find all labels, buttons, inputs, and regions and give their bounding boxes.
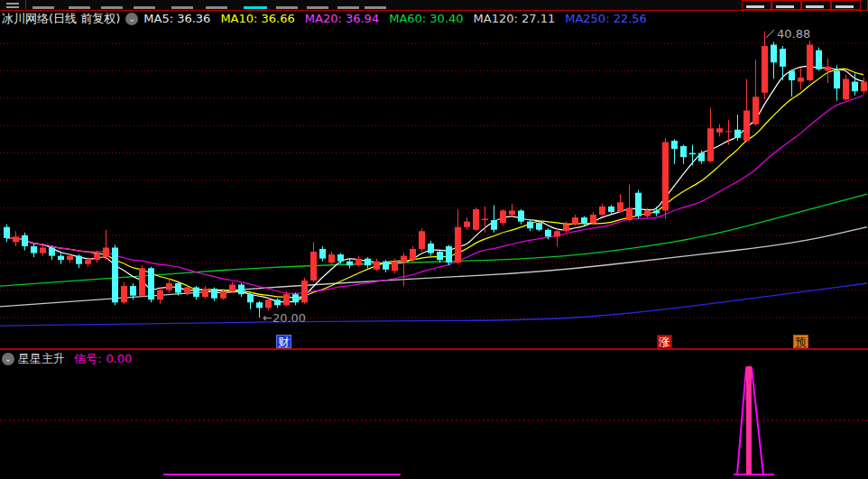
candle-down [437, 252, 443, 260]
ma250-legend: MA250: 22.56 [565, 12, 647, 25]
event-marker-涨[interactable]: 涨 [657, 335, 672, 348]
candle-up [590, 215, 596, 223]
top-menu-bar[interactable] [0, 0, 868, 11]
candle-down [527, 222, 533, 229]
candle-down [608, 207, 614, 212]
chevron-down-icon[interactable]: ⌄ [2, 353, 14, 365]
candle-up [617, 202, 623, 212]
ma5-line [6, 67, 863, 302]
menu-item-clipped[interactable] [171, 6, 193, 9]
trade-button-clipped[interactable] [801, 0, 831, 10]
menu-item-clipped[interactable] [365, 6, 386, 9]
candle-down [446, 246, 452, 263]
signal-spike-outline [734, 368, 774, 474]
candle-down [193, 288, 199, 298]
candle-down [49, 247, 55, 255]
candle-up [121, 286, 127, 302]
stock-title: 冰川网络(日线 前复权) [2, 11, 120, 27]
candle-down [771, 45, 777, 63]
clipped-label [836, 5, 854, 8]
candle-down [680, 146, 687, 157]
menu-item-clipped[interactable] [32, 6, 54, 9]
candle-up [202, 289, 208, 297]
signal-value: 0.00 [106, 352, 132, 365]
candle-up [67, 256, 73, 261]
candle-up [13, 236, 19, 242]
event-marker-预[interactable]: 预 [793, 335, 808, 348]
candle-up [184, 288, 190, 293]
candle-down [256, 302, 263, 308]
candle-up [482, 219, 488, 221]
menu-item-clipped[interactable] [206, 6, 227, 9]
candle-up [644, 210, 651, 216]
candle-up [157, 290, 163, 300]
candlestick-chart[interactable]: ←20.0040.88 [0, 26, 868, 334]
chevron-down-icon[interactable]: ⌄ [125, 13, 138, 25]
candle-up [220, 291, 226, 299]
candle-down [58, 256, 64, 261]
signal-spike-bar [746, 366, 752, 474]
candle-up [563, 225, 569, 232]
candle-up [139, 268, 145, 295]
event-marker-财[interactable]: 财 [276, 335, 291, 348]
high-label-pointer [766, 30, 774, 38]
hamburger-menu-button[interactable] [0, 0, 26, 9]
candle-up [599, 207, 605, 215]
candle-down [247, 294, 254, 302]
menu-item-clipped[interactable] [69, 6, 90, 9]
candle-down [238, 285, 245, 295]
indicator-name: 星星主升 [18, 351, 65, 367]
candle-down [31, 246, 37, 253]
signal-indicator-chart[interactable] [0, 352, 868, 479]
candle-down [365, 259, 371, 266]
candle-up [94, 253, 100, 261]
candle-up [464, 222, 470, 227]
candle-down [491, 220, 497, 230]
ma-legend: MA5: 36.36MA10: 36.66MA20: 36.94MA60: 30… [143, 12, 657, 25]
candle-up [825, 67, 831, 71]
candle-up [554, 231, 560, 236]
candle-down [734, 130, 741, 138]
candle-down [319, 249, 326, 259]
menu-item-clipped[interactable] [307, 6, 328, 9]
candle-up [419, 231, 425, 249]
candle-up [455, 227, 461, 263]
candle-up [301, 281, 308, 302]
app-window: 冰川网络(日线 前复权) ⌄ MA5: 36.36MA10: 36.66MA20… [0, 0, 868, 479]
candle-down [211, 289, 217, 299]
trade-button-clipped[interactable] [742, 0, 771, 10]
trade-button-clipped[interactable] [831, 0, 861, 10]
candle-down [780, 49, 786, 67]
candle-up [374, 262, 380, 270]
chart-header: 冰川网络(日线 前复权) ⌄ MA5: 36.36MA10: 36.66MA20… [2, 11, 866, 26]
candle-up [401, 256, 407, 263]
candle-down [383, 262, 389, 270]
candle-up [762, 46, 768, 93]
candle-down [346, 262, 353, 266]
menu-item-clipped[interactable] [134, 6, 155, 9]
candle-down [671, 141, 678, 149]
clipped-label [806, 5, 824, 8]
candle-up [410, 249, 416, 260]
menu-item-clipped[interactable] [101, 6, 123, 9]
candle-up [626, 207, 633, 220]
trade-button-clipped[interactable] [771, 0, 801, 10]
candle-down [428, 244, 434, 253]
signal-label: 信号: [74, 351, 101, 367]
menu-item-clipped[interactable] [244, 6, 267, 9]
candle-down [789, 70, 795, 80]
menu-item-clipped[interactable] [276, 6, 298, 9]
candle-down [175, 283, 181, 293]
candle-up [807, 45, 813, 81]
candle-down [689, 153, 696, 155]
candle-up [716, 128, 723, 133]
candle-down [581, 217, 587, 223]
candle-down [22, 235, 28, 246]
candle-up [572, 217, 578, 225]
ma5-legend: MA5: 36.36 [143, 12, 210, 25]
candle-up [473, 209, 479, 230]
candle-down [130, 286, 136, 296]
candle-up [392, 262, 398, 272]
menu-item-clipped[interactable] [337, 6, 359, 9]
candle-down [545, 230, 551, 237]
